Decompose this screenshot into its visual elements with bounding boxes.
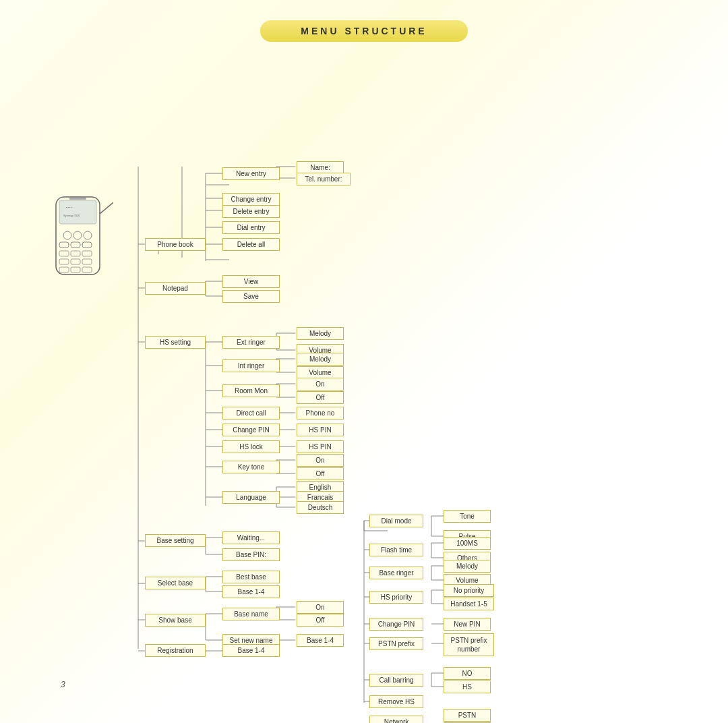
delete-entry-box: Delete entry bbox=[222, 205, 280, 218]
phone-no-box: Phone no bbox=[297, 407, 344, 420]
svg-text:Synergy 3120: Synergy 3120 bbox=[63, 214, 80, 217]
best-base-box: Best base bbox=[222, 571, 280, 583]
hs-priority-box: HS priority bbox=[369, 591, 423, 604]
svg-rect-119 bbox=[71, 267, 80, 272]
svg-rect-114 bbox=[82, 251, 92, 256]
off1-box: Off bbox=[297, 391, 344, 404]
diagram-area: • • • • Synergy 3120 bbox=[27, 62, 701, 703]
network-box: Network bbox=[369, 716, 423, 723]
on1-box: On bbox=[297, 378, 344, 391]
hs-box: HS bbox=[444, 681, 491, 693]
no-priority-box: No priority bbox=[444, 584, 494, 597]
change-pin-box: Change PIN bbox=[222, 424, 280, 436]
int-ringer-box: Int ringer bbox=[222, 359, 280, 372]
svg-rect-117 bbox=[82, 259, 92, 264]
base-14c-box: Base 1-4 bbox=[222, 644, 280, 657]
on2-box: On bbox=[297, 454, 344, 467]
delete-all-box: Delete all bbox=[222, 238, 280, 251]
svg-rect-102 bbox=[59, 200, 96, 224]
new-pin-box: New PIN bbox=[444, 618, 491, 631]
hs-pin2-box: HS PIN bbox=[297, 440, 344, 453]
svg-rect-120 bbox=[82, 267, 92, 272]
deutsch-box: Deutsch bbox=[297, 501, 344, 514]
base-14a-box: Base 1-4 bbox=[222, 585, 280, 598]
key-tone-box: Key tone bbox=[222, 461, 280, 473]
svg-rect-122 bbox=[69, 198, 86, 200]
melody3-box: Melody bbox=[444, 560, 491, 573]
title-bar: MENU STRUCTURE bbox=[27, 20, 701, 42]
save-box: Save bbox=[222, 290, 280, 303]
no-box: NO bbox=[444, 667, 491, 680]
dial-mode-box: Dial mode bbox=[369, 515, 423, 527]
base-ringer-box: Base ringer bbox=[369, 567, 423, 579]
svg-rect-116 bbox=[71, 259, 80, 264]
svg-rect-109 bbox=[59, 242, 69, 248]
base-14b-box: Base 1-4 bbox=[297, 634, 344, 647]
show-base-box: Show base bbox=[145, 614, 206, 627]
on3-box: On bbox=[297, 601, 344, 614]
ext-ringer-box: Ext ringer bbox=[222, 336, 280, 349]
off2-box: Off bbox=[297, 467, 344, 480]
connector-lines bbox=[27, 62, 701, 703]
svg-point-107 bbox=[73, 231, 82, 239]
base-name-box: Base name bbox=[222, 608, 280, 620]
svg-rect-110 bbox=[71, 242, 80, 248]
tone-box: Tone bbox=[444, 510, 491, 523]
phone-illustration: • • • • Synergy 3120 bbox=[46, 194, 113, 349]
svg-text:• • • •: • • • • bbox=[66, 206, 73, 209]
100ms-box: 100MS bbox=[444, 537, 491, 550]
change-pin2-box: Change PIN bbox=[369, 618, 423, 631]
svg-rect-112 bbox=[59, 251, 69, 256]
phone-book-box: Phone book bbox=[145, 238, 206, 251]
page-number: 3 bbox=[61, 680, 65, 689]
language-box: Language bbox=[222, 491, 280, 504]
tel-number-box: Tel. number: bbox=[297, 173, 351, 185]
page-title: MENU STRUCTURE bbox=[260, 20, 467, 42]
room-mon-box: Room Mon bbox=[222, 384, 280, 397]
dial-entry-box: Dial entry bbox=[222, 221, 280, 234]
base-setting-box: Base setting bbox=[145, 534, 206, 547]
handset-15-box: Handset 1-5 bbox=[444, 598, 494, 610]
svg-rect-111 bbox=[82, 242, 92, 248]
hs-lock-box: HS lock bbox=[222, 440, 280, 453]
svg-point-108 bbox=[84, 231, 92, 239]
base-pin-box: Base PIN: bbox=[222, 548, 280, 561]
svg-rect-105 bbox=[58, 229, 98, 272]
svg-line-121 bbox=[100, 197, 113, 214]
svg-rect-115 bbox=[59, 259, 69, 264]
off3-box: Off bbox=[297, 614, 344, 627]
svg-point-106 bbox=[63, 231, 71, 239]
pstn-prefix-box: PSTN prefix bbox=[369, 637, 423, 650]
hs-setting-box: HS setting bbox=[145, 336, 206, 349]
notepad-box: Notepad bbox=[145, 282, 206, 295]
svg-rect-118 bbox=[59, 267, 69, 272]
melody2-box: Melody bbox=[297, 353, 344, 366]
call-barring-box: Call barring bbox=[369, 674, 423, 687]
melody1-box: Melody bbox=[297, 327, 344, 340]
pstn-box: PSTN bbox=[444, 709, 491, 722]
hs-pin1-box: HS PIN bbox=[297, 424, 344, 436]
select-base-box: Select base bbox=[145, 577, 206, 589]
change-entry-box: Change entry bbox=[222, 193, 280, 206]
pstn-prefix-number-box: PSTN prefix number bbox=[444, 633, 494, 656]
registration-box: Registration bbox=[145, 644, 206, 657]
direct-call-box: Direct call bbox=[222, 407, 280, 420]
waiting-box: Waiting... bbox=[222, 531, 280, 544]
svg-rect-113 bbox=[71, 251, 80, 256]
remove-hs-box: Remove HS bbox=[369, 695, 423, 708]
new-entry-box: New entry bbox=[222, 167, 280, 180]
flash-time-box: Flash time bbox=[369, 544, 423, 556]
view-box: View bbox=[222, 275, 280, 288]
